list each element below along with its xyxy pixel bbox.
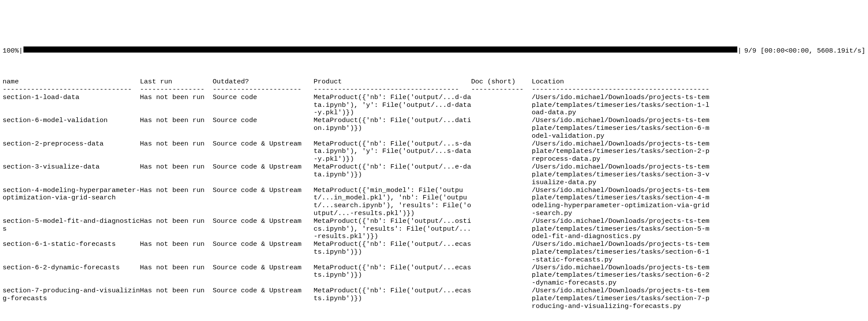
status-table: name Last run Outdated? Product Doc (sho… — [3, 78, 710, 310]
col-divider: ---------------------- — [213, 86, 314, 94]
cell-last-run: Has not been run — [140, 241, 212, 248]
cell-outdated: Source code & Upstream — [213, 218, 314, 225]
cell-name: section-6-model-validation — [3, 117, 140, 125]
cell-name: section-2-preprocess-data — [3, 140, 140, 148]
table-row: section-4-modeling-hyperparameter-optimi… — [3, 187, 710, 218]
col-divider: -------------------------------- — [3, 86, 140, 94]
cell-product: MetaProduct({'nb': File('output/...ecast… — [314, 264, 471, 280]
cell-location: /Users/ido.michael/Downloads/projects-ts… — [531, 241, 709, 264]
cell-location: /Users/ido.michael/Downloads/projects-ts… — [531, 140, 709, 163]
cell-location: /Users/ido.michael/Downloads/projects-ts… — [531, 163, 709, 186]
cell-name: section-7-producing-and-visualizing-fore… — [3, 287, 140, 303]
cell-outdated: Source code & Upstream — [213, 140, 314, 148]
cell-product: MetaProduct({'nb': File('output/...ecast… — [314, 241, 471, 256]
cell-product: MetaProduct({'min_model': File('output/.… — [314, 187, 471, 218]
col-divider: ----------------------------------------… — [531, 86, 709, 94]
table-header-row: name Last run Outdated? Product Doc (sho… — [3, 78, 710, 86]
cell-product: MetaProduct({'nb': File('output/...e-dat… — [314, 163, 471, 179]
cell-product: MetaProduct({'nb': File('output/...ostic… — [314, 218, 471, 241]
cell-outdated: Source code & Upstream — [213, 287, 314, 295]
cell-name: section-6-2-dynamic-forecasts — [3, 264, 140, 272]
cell-outdated: Source code — [213, 94, 314, 102]
cell-name: section-4-modeling-hyperparameter-optimi… — [3, 187, 140, 202]
col-divider: ------------------------------------ — [314, 86, 471, 94]
col-header-name: name — [3, 78, 140, 86]
cell-last-run: Has not been run — [140, 94, 212, 102]
cell-last-run: Has not been run — [140, 140, 212, 148]
cell-location: /Users/ido.michael/Downloads/projects-ts… — [531, 117, 709, 140]
terminal-output: 100%||9/9 [00:00<00:00, 5608.19it/s] nam… — [0, 31, 868, 321]
progress-line: 100%||9/9 [00:00<00:00, 5608.19it/s] — [3, 46, 865, 55]
col-header-location: Location — [531, 78, 709, 86]
cell-last-run: Has not been run — [140, 218, 212, 225]
cell-product: MetaProduct({'nb': File('output/...ecast… — [314, 287, 471, 303]
table-row: section-7-producing-and-visualizing-fore… — [3, 287, 710, 310]
cell-product: MetaProduct({'nb': File('output/...datio… — [314, 117, 471, 132]
progress-stats: 9/9 [00:00<00:00, 5608.19it/s] — [742, 47, 865, 55]
table-row: section-6-model-validationHas not been r… — [3, 117, 710, 140]
table-divider-row: -------------------------------- -------… — [3, 86, 710, 94]
cell-last-run: Has not been run — [140, 163, 212, 171]
cell-outdated: Source code — [213, 117, 314, 125]
col-header-last-run: Last run — [140, 78, 212, 86]
progress-bracket-right: | — [738, 47, 742, 55]
cell-last-run: Has not been run — [140, 117, 212, 125]
cell-outdated: Source code & Upstream — [213, 241, 314, 248]
col-header-product: Product — [314, 78, 471, 86]
cell-name: section-5-model-fit-and-diagnostics — [3, 218, 140, 233]
col-header-outdated: Outdated? — [213, 78, 314, 86]
cell-last-run: Has not been run — [140, 264, 212, 272]
table-row: section-2-preprocess-dataHas not been ru… — [3, 140, 710, 163]
progress-bar-fill — [23, 46, 737, 53]
table-row: section-6-2-dynamic-forecastsHas not bee… — [3, 264, 710, 287]
table-row: section-3-visualize-dataHas not been run… — [3, 163, 710, 186]
cell-name: section-6-1-static-forecasts — [3, 241, 140, 248]
col-divider: ------------- — [471, 86, 532, 94]
cell-outdated: Source code & Upstream — [213, 187, 314, 195]
cell-location: /Users/ido.michael/Downloads/projects-ts… — [531, 218, 709, 241]
cell-outdated: Source code & Upstream — [213, 264, 314, 272]
table-row: section-5-model-fit-and-diagnosticsHas n… — [3, 218, 710, 241]
cell-location: /Users/ido.michael/Downloads/projects-ts… — [531, 264, 709, 287]
progress-bracket-left: | — [19, 47, 23, 55]
table-row: section-6-1-static-forecastsHas not been… — [3, 241, 710, 264]
cell-location: /Users/ido.michael/Downloads/projects-ts… — [531, 187, 709, 218]
col-divider: ---------------- — [140, 86, 212, 94]
cell-product: MetaProduct({'nb': File('output/...d-dat… — [314, 94, 471, 117]
cell-name: section-3-visualize-data — [3, 163, 140, 171]
cell-product: MetaProduct({'nb': File('output/...s-dat… — [314, 140, 471, 163]
cell-last-run: Has not been run — [140, 187, 212, 195]
cell-last-run: Has not been run — [140, 287, 212, 295]
cell-location: /Users/ido.michael/Downloads/projects-ts… — [531, 287, 709, 310]
col-header-doc-short: Doc (short) — [471, 78, 532, 86]
cell-name: section-1-load-data — [3, 94, 140, 102]
cell-location: /Users/ido.michael/Downloads/projects-ts… — [531, 94, 709, 117]
table-row: section-1-load-dataHas not been runSourc… — [3, 94, 710, 117]
cell-outdated: Source code & Upstream — [213, 163, 314, 171]
progress-percent: 100% — [3, 47, 19, 55]
